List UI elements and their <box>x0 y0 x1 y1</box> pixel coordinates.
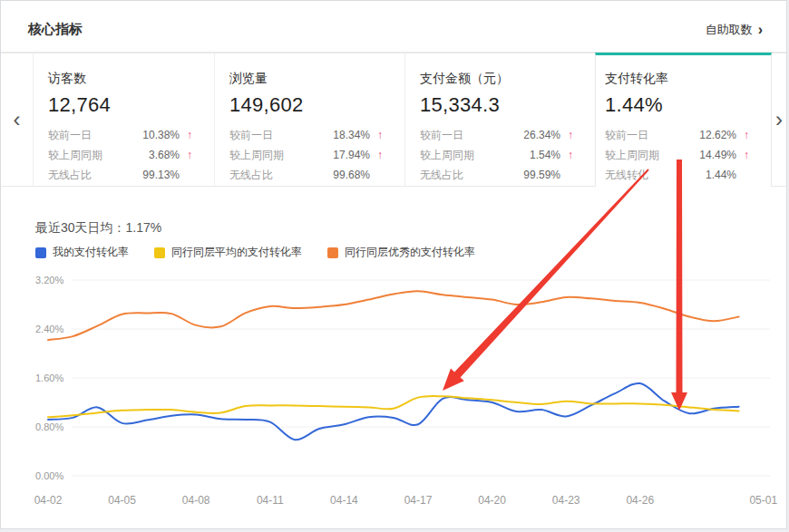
metric-tab-strip: ‹ 访客数 12,764 较前一日 10.38%↑ 较上周同期 3.68%↑ 无… <box>1 53 786 187</box>
panel-header: 核心指标 自助取数› <box>1 1 786 53</box>
metric-row: 较前一日 12.62%↑ <box>605 125 749 145</box>
metric-row: 较前一日 18.34%↑ <box>229 125 383 145</box>
tab-value: 149,602 <box>229 93 383 117</box>
tab-value: 1.44% <box>605 93 749 117</box>
trend-up-icon: ↑ <box>180 145 192 165</box>
x-axis-tick: 05-01 <box>749 494 777 507</box>
metric-row: 较上周同期 17.94%↑ <box>229 145 383 165</box>
x-axis-tick: 04-11 <box>257 494 284 507</box>
trend-up-icon: ↑ <box>560 125 573 145</box>
next-button[interactable]: › <box>775 109 783 131</box>
x-axis-tick: 04-05 <box>108 494 136 507</box>
core-metrics-panel: 核心指标 自助取数› ‹ 访客数 12,764 较前一日 10.38%↑ 较上周… <box>0 0 787 529</box>
x-axis-tick: 04-26 <box>626 494 654 507</box>
metric-row: 较上周同期 14.49%↑ <box>605 145 749 165</box>
tab-value: 12,764 <box>48 93 192 117</box>
self-service-data-link[interactable]: 自助取数› <box>706 22 763 38</box>
x-axis-tick: 04-20 <box>478 494 506 507</box>
legend-item-peer-excellent[interactable]: 同行同层优秀的支付转化率 <box>327 245 475 260</box>
y-axis-tick: 3.20% <box>35 275 63 285</box>
x-axis-tick: 04-17 <box>404 494 433 507</box>
metric-row: 较上周同期 3.68%↑ <box>48 145 192 165</box>
x-axis-tick: 04-23 <box>552 494 580 507</box>
metric-row: 无线转化 1.44%↑ <box>605 165 749 185</box>
tab-value: 15,334.3 <box>420 93 573 117</box>
y-axis-tick: 0.00% <box>35 470 63 481</box>
tab-title: 浏览量 <box>229 71 383 87</box>
metric-row: 较上周同期 1.54%↑ <box>420 145 573 165</box>
chevron-right-icon: › <box>758 22 763 37</box>
metric-row: 无线占比 99.13%↑ <box>48 165 192 185</box>
trend-up-icon: ↑ <box>736 145 749 165</box>
tab-conversion-rate[interactable]: 支付转化率 1.44% 较前一日 12.62%↑ 较上周同期 14.49%↑ 无… <box>595 53 772 187</box>
x-axis-tick: 04-08 <box>182 494 210 507</box>
tab-title: 访客数 <box>48 71 192 87</box>
y-axis-tick: 1.60% <box>35 372 63 383</box>
legend-swatch-yellow <box>154 247 165 258</box>
series-line <box>48 396 739 417</box>
trend-up-icon: ↑ <box>180 125 192 145</box>
metric-row: 较前一日 10.38%↑ <box>48 125 192 145</box>
tab-visitors[interactable]: 访客数 12,764 较前一日 10.38%↑ 较上周同期 3.68%↑ 无线占… <box>33 53 214 187</box>
tab-payment-amount[interactable]: 支付金额（元） 15,334.3 较前一日 26.34%↑ 较上周同期 1.54… <box>404 53 595 187</box>
tab-title: 支付转化率 <box>605 71 749 87</box>
y-axis-tick: 0.80% <box>35 421 63 432</box>
metric-row: 无线占比 99.68%↑ <box>229 165 383 185</box>
x-axis-tick: 04-14 <box>330 494 358 507</box>
carousel-next-zone: › <box>772 53 786 187</box>
metric-row: 无线占比 99.59%↑ <box>420 165 573 185</box>
tab-pageviews[interactable]: 浏览量 149,602 较前一日 18.34%↑ 较上周同期 17.94%↑ 无… <box>214 53 404 187</box>
trend-up-icon: ↑ <box>370 125 383 145</box>
tab-title: 支付金额（元） <box>420 71 573 87</box>
y-axis-tick: 2.40% <box>35 324 63 334</box>
trend-up-icon: ↑ <box>370 145 383 165</box>
trend-chart-section: 最近30天日均：1.17% 我的支付转化率 同行同层平均的支付转化率 同行同层优… <box>1 187 786 528</box>
chart-average-title: 最近30天日均：1.17% <box>35 220 161 237</box>
self-service-data-label: 自助取数 <box>706 23 753 36</box>
series-line <box>48 383 739 440</box>
series-line <box>48 291 739 340</box>
page-title: 核心指标 <box>28 21 83 38</box>
chart-legend: 我的支付转化率 同行同层平均的支付转化率 同行同层优秀的支付转化率 <box>35 245 501 260</box>
carousel-prev-zone: ‹ <box>1 53 33 187</box>
metric-row: 较前一日 26.34%↑ <box>420 125 573 145</box>
prev-button[interactable]: ‹ <box>14 109 21 131</box>
legend-item-peer-average[interactable]: 同行同层平均的支付转化率 <box>154 245 302 260</box>
legend-swatch-orange <box>327 247 338 258</box>
legend-item-my-rate[interactable]: 我的支付转化率 <box>35 245 129 260</box>
x-axis-tick: 04-02 <box>34 494 63 507</box>
trend-up-icon: ↑ <box>736 125 749 145</box>
trend-up-icon: ↑ <box>560 145 573 165</box>
trend-line-chart[interactable]: 0.00%0.80%1.60%2.40%3.20%04-0204-0504-08… <box>1 266 789 529</box>
legend-swatch-blue <box>35 247 46 258</box>
